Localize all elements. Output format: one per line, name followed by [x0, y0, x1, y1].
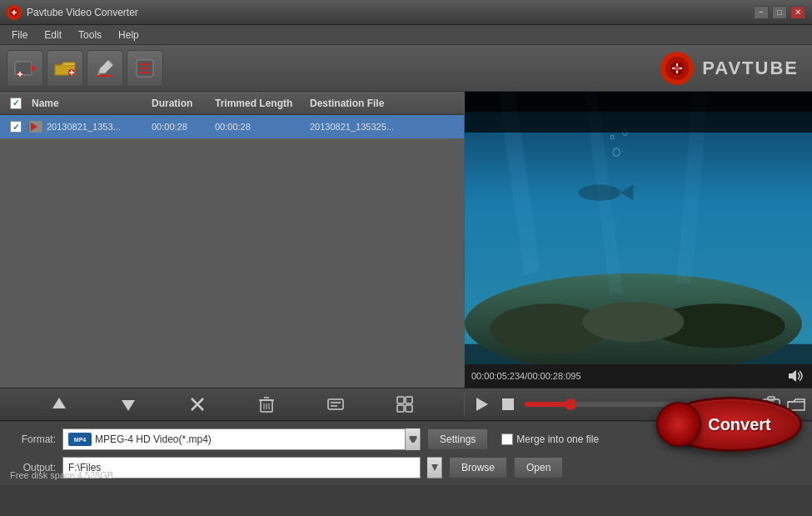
- window-controls: − □ ✕: [754, 6, 805, 19]
- header-checkbox[interactable]: [10, 98, 22, 109]
- add-folder-button[interactable]: [47, 50, 83, 87]
- svg-marker-35: [52, 398, 66, 408]
- list-button[interactable]: [127, 50, 163, 87]
- clear-button[interactable]: [255, 393, 278, 416]
- merge-option: Merge into one file: [501, 433, 599, 445]
- toolbar-left: [7, 50, 163, 87]
- menu-help[interactable]: Help: [110, 28, 147, 43]
- video-preview: [465, 92, 812, 364]
- row-trimmed: 00:00:28: [215, 122, 310, 132]
- preview-area: 00:00:05:234/00:00:28:095: [465, 92, 812, 388]
- play-button[interactable]: [471, 394, 491, 414]
- logo-text: PAVTUBE: [702, 58, 799, 79]
- row-dest: 20130821_135325...: [310, 122, 461, 132]
- col-dest-header: Destination File: [310, 98, 461, 109]
- merge-label: Merge into one file: [516, 433, 599, 445]
- svg-point-28: [583, 302, 684, 342]
- merge-checkbox[interactable]: [501, 433, 513, 445]
- table-header: Name Duration Trimmed Length Destination…: [0, 92, 464, 115]
- delete-button[interactable]: [186, 393, 209, 416]
- svg-rect-45: [328, 399, 343, 409]
- svg-marker-3: [32, 65, 37, 72]
- format-icon-area: MP4 MPEG-4 HD Video(*.mp4): [68, 433, 212, 446]
- svg-point-19: [675, 66, 680, 71]
- col-name-header: Name: [28, 98, 152, 109]
- minimize-button[interactable]: −: [754, 6, 769, 19]
- timestamp-text: 00:00:05:234/00:00:28:095: [471, 371, 581, 381]
- video-placeholder: [465, 92, 812, 364]
- app-icon: [7, 5, 22, 20]
- svg-marker-59: [431, 464, 438, 471]
- menu-bar: File Edit Tools Help: [0, 25, 812, 45]
- merge-list-button[interactable]: [393, 393, 416, 416]
- file-list-area: Name Duration Trimmed Length Destination…: [0, 92, 465, 388]
- svg-point-29: [579, 184, 621, 200]
- open-button[interactable]: Open: [514, 457, 563, 478]
- move-down-button[interactable]: [117, 393, 140, 416]
- browse-button[interactable]: Browse: [449, 457, 507, 478]
- convert-text: Convert: [708, 415, 771, 434]
- logo-icon: [659, 50, 695, 87]
- video-timestamp: 00:00:05:234/00:00:28:095: [465, 364, 812, 388]
- seek-progress: [525, 402, 570, 407]
- format-select[interactable]: MP4 MPEG-4 HD Video(*.mp4): [62, 428, 421, 450]
- menu-tools[interactable]: Tools: [70, 28, 110, 43]
- col-trimmed-header: Trimmed Length: [215, 98, 310, 109]
- svg-marker-36: [122, 400, 135, 411]
- main-content: Name Duration Trimmed Length Destination…: [0, 92, 812, 388]
- maximize-button[interactable]: □: [772, 6, 787, 19]
- svg-rect-53: [502, 398, 514, 410]
- col-duration-header: Duration: [152, 98, 215, 109]
- svg-rect-49: [406, 397, 412, 403]
- move-up-button[interactable]: [47, 393, 71, 416]
- title-bar: Pavtube Video Converter − □ ✕: [0, 0, 812, 25]
- stop-button[interactable]: [498, 394, 518, 414]
- format-dropdown-arrow[interactable]: [405, 428, 420, 450]
- list-controls: [0, 393, 465, 416]
- title-text: Pavtube Video Converter: [27, 7, 138, 18]
- add-video-button[interactable]: [7, 50, 43, 87]
- mp4-icon: MP4: [68, 433, 92, 446]
- free-disk-space: Free disk space:4.528GB: [10, 470, 113, 480]
- svg-rect-50: [397, 405, 404, 412]
- row-duration: 00:00:28: [152, 122, 215, 132]
- bottom-controls: Format: MP4 MPEG-4 HD Video(*.mp4) Setti…: [0, 421, 812, 485]
- output-dropdown-arrow[interactable]: [427, 457, 442, 478]
- output-row: Output: F:\Files Browse Open: [10, 457, 802, 478]
- settings-button[interactable]: Settings: [427, 428, 488, 450]
- toolbar: PAVTUBE: [0, 45, 812, 92]
- edit-button[interactable]: [87, 50, 123, 87]
- close-button[interactable]: ✕: [790, 6, 805, 19]
- output-path-input[interactable]: F:\Files: [62, 457, 421, 478]
- convert-section: Convert: [660, 397, 802, 452]
- subtitle-button[interactable]: [324, 393, 347, 416]
- svg-rect-2: [15, 62, 32, 75]
- svg-rect-51: [406, 405, 412, 412]
- svg-marker-58: [409, 438, 417, 443]
- file-icon: [28, 121, 43, 133]
- svg-rect-48: [397, 397, 404, 403]
- svg-marker-52: [476, 398, 488, 411]
- convert-button[interactable]: Convert: [660, 397, 802, 452]
- title-bar-left: Pavtube Video Converter: [7, 5, 138, 20]
- seek-handle[interactable]: [565, 398, 576, 410]
- row-checkbox[interactable]: [10, 121, 22, 133]
- table-row[interactable]: 20130821_1353... 00:00:28 00:00:28 20130…: [0, 115, 464, 138]
- format-label: Format:: [10, 433, 56, 445]
- menu-file[interactable]: File: [3, 28, 36, 43]
- svg-rect-23: [465, 92, 812, 112]
- volume-icon[interactable]: [789, 368, 805, 384]
- menu-edit[interactable]: Edit: [36, 28, 70, 43]
- row-name: 20130821_1353...: [47, 122, 152, 132]
- table-body: 20130821_1353... 00:00:28 00:00:28 20130…: [0, 115, 464, 388]
- svg-marker-34: [789, 370, 796, 382]
- format-value: MPEG-4 HD Video(*.mp4): [95, 433, 212, 445]
- svg-rect-11: [97, 75, 113, 77]
- pavtube-logo: PAVTUBE: [659, 50, 799, 87]
